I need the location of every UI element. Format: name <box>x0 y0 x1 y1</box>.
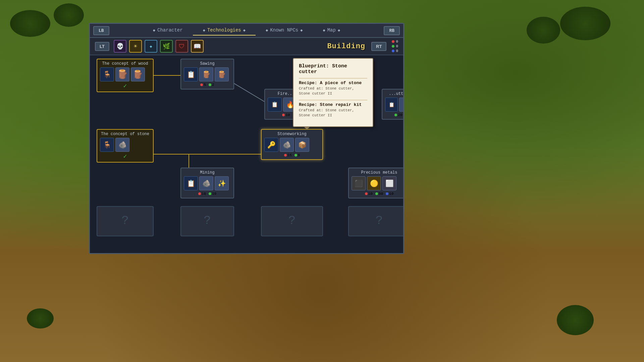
node-sawing-title: Sawing <box>184 61 231 66</box>
node-stoneworking-title: Stoneworking <box>264 132 320 136</box>
tab-arrow-left2: ◆ <box>203 28 205 33</box>
tab-map[interactable]: ◆ Map ◆ <box>313 25 350 36</box>
cost-pm-red: 10 <box>365 192 373 196</box>
tooltip-recipe2-sub: Crafted at: Stone cutter, Stone cutter I… <box>299 108 367 118</box>
node-stonecutter-costs: 20 <box>385 113 403 117</box>
tab-technologies[interactable]: ◆ Technologies ◆ <box>193 25 256 36</box>
cost-fire-val: 10 <box>285 113 290 117</box>
lb-button[interactable]: LB <box>93 26 109 35</box>
item-sc-bp: 📋 <box>385 98 398 112</box>
item-log1: 🪵 <box>115 67 129 81</box>
node-concept-stone[interactable]: The concept of stone 🪑 🪨 ✓ <box>97 129 154 163</box>
node-stonecutter[interactable]: ...utter 📋 ⚒ 20 <box>382 89 403 120</box>
node-precious-metals[interactable]: Precious metals ⬛ 🟡 ⬜ 10 50 10 <box>348 168 403 198</box>
node-stoneworking[interactable]: Stoneworking 🔑 🪨 📦 15 5 <box>261 129 323 160</box>
res-dot-red <box>392 40 394 43</box>
cost-sawing-red-val: 5 <box>204 83 206 87</box>
tooltip-title: Blueprint: Stone cutter <box>299 63 367 75</box>
item-mining-stone: 🪨 <box>199 176 213 190</box>
cost-mining-red-val: 10 <box>202 192 206 196</box>
tooltip-divider1 <box>299 78 367 78</box>
main-ui-panel: LB ◆ Character ◆ Technologies ◆ ◆ Known … <box>89 23 404 254</box>
cost-dot-red <box>200 83 203 86</box>
lt-button[interactable]: LT <box>95 42 109 51</box>
cost-sw-red: 15 <box>284 153 292 157</box>
cost-mining-green-val: 10 <box>212 192 216 196</box>
cost-mining-dot-r <box>198 192 201 195</box>
item-stone: 🪨 <box>115 138 129 152</box>
question-mark-1: ? <box>100 209 150 233</box>
item-sw-bp: 🔑 <box>264 138 278 152</box>
res-dot-blue <box>392 50 394 52</box>
node-mining[interactable]: Mining 📋 🪨 ✨ 10 10 <box>180 168 234 198</box>
category-sun[interactable]: ☀ <box>129 40 142 53</box>
tooltip-stoneworking: Blueprint: Stone cutter Recipe: A piece … <box>293 58 373 127</box>
tree-decoration <box>27 308 54 328</box>
tab-arrow-right3: ◆ <box>300 28 303 33</box>
tab-arrow-left4: ◆ <box>323 28 325 33</box>
node-concept-wood-check: ✓ <box>100 82 150 89</box>
node-unknown-2[interactable]: ? <box>180 206 234 236</box>
node-mining-costs: 10 10 <box>184 192 231 196</box>
cost-sawing-red: 5 <box>200 83 206 87</box>
tree-decoration <box>560 7 610 40</box>
cost-mining-red: 10 <box>198 192 206 196</box>
tree-decoration <box>557 305 594 335</box>
item-silver: ⬛ <box>352 176 366 190</box>
cost-fire-red: 10 <box>282 113 290 117</box>
cost-sawing-green-val: 2 <box>212 83 214 87</box>
node-precious-metals-items: ⬛ 🟡 ⬜ <box>352 176 403 190</box>
tab-known-npcs[interactable]: ◆ Known NPCs ◆ <box>256 25 313 36</box>
resource-blue: 0 <box>392 49 398 53</box>
res-val-blue: 0 <box>396 49 398 53</box>
node-sawing-items: 📋 🪵 🪵 <box>184 67 231 81</box>
res-val-green: 0 <box>396 44 398 48</box>
node-unknown-4[interactable]: ? <box>348 206 403 236</box>
node-concept-stone-title: The concept of stone <box>100 132 150 136</box>
cost-sw-red-val: 15 <box>287 153 292 157</box>
item-sw-stone: 🪨 <box>280 138 294 152</box>
tooltip-recipe1-title: Recipe: A piece of stone <box>299 80 367 85</box>
node-concept-stone-items: 🪑 🪨 <box>100 138 150 152</box>
node-concept-wood-items: 🪑 🪵 🪵 <box>100 67 150 81</box>
category-bar: LT 💀 ☀ ✦ 🌿 🛡 📖 Building RT 0 0 0 <box>90 38 403 55</box>
tab-character[interactable]: ◆ Character <box>143 25 193 36</box>
category-leaf[interactable]: 🌿 <box>160 40 173 53</box>
tab-arrow-left: ◆ <box>153 28 155 33</box>
category-shield[interactable]: 🛡 <box>175 40 188 53</box>
category-feather[interactable]: ✦ <box>145 40 157 53</box>
node-concept-wood[interactable]: The concept of wood 🪑 🪵 🪵 ✓ <box>97 59 154 92</box>
item-gold: 🟡 <box>367 176 381 190</box>
node-concept-wood-title: The concept of wood <box>100 61 150 66</box>
rb-button[interactable]: RB <box>384 26 400 35</box>
node-mining-title: Mining <box>184 170 231 175</box>
node-sawing-costs: 5 2 <box>184 83 231 87</box>
item-saw-stump: 🪵 <box>215 67 229 81</box>
cost-mining-green: 10 <box>209 192 216 196</box>
node-unknown-3[interactable]: ? <box>261 206 323 236</box>
cost-pm-blue: 10 <box>386 192 393 196</box>
cost-pm-blue-val: 10 <box>389 192 393 196</box>
cost-sw-dot-g <box>294 154 297 157</box>
node-stoneworking-costs: 15 5 <box>264 153 320 157</box>
node-precious-costs: 10 50 10 <box>352 192 403 196</box>
question-mark-2: ? <box>184 209 231 233</box>
item-saw-blueprint: 📋 <box>184 67 198 81</box>
rt-button[interactable]: RT <box>371 42 386 51</box>
node-concept-stone-check: ✓ <box>100 153 150 160</box>
item-blueprint: 🪑 <box>100 67 114 81</box>
res-dot-green <box>392 45 394 48</box>
tooltip-recipe2-title: Recipe: Stone repair kit <box>299 102 367 107</box>
category-skull[interactable]: 💀 <box>114 40 126 53</box>
category-book[interactable]: 📖 <box>191 40 204 53</box>
node-sawing[interactable]: Sawing 📋 🪵 🪵 5 2 <box>180 59 234 89</box>
cost-mining-dot-g <box>209 192 211 195</box>
cost-sawing-green: 2 <box>209 83 214 87</box>
node-unknown-1[interactable]: ? <box>97 206 154 236</box>
item-stone-chair: 🪑 <box>100 138 114 152</box>
cost-pm-dot-g <box>375 192 378 195</box>
tooltip-recipe1-sub: Crafted at: Stone cutter, Stone cutter I… <box>299 86 367 97</box>
node-stoneworking-items: 🔑 🪨 📦 <box>264 138 320 152</box>
item-fire-bp: 📋 <box>268 98 282 112</box>
cost-sc-dot <box>394 114 397 116</box>
